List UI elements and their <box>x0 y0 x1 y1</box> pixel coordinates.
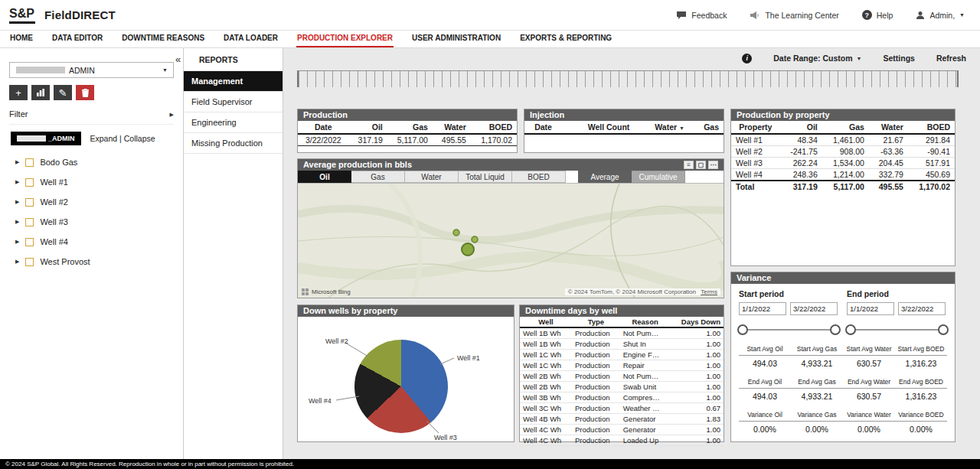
col-well-count[interactable]: Well Count <box>562 121 634 134</box>
filter-row[interactable]: Filter ▶ <box>9 109 174 125</box>
nav-exports-reporting[interactable]: EXPORTS & REPORTING <box>519 31 612 47</box>
tree-checkbox[interactable] <box>25 218 34 226</box>
tab-total-liquid[interactable]: Total Liquid <box>459 171 512 183</box>
tab-water[interactable]: Water <box>405 171 459 183</box>
col-well[interactable]: Well <box>520 317 572 327</box>
feedback-button[interactable]: Feedback <box>676 11 727 20</box>
collapse-link[interactable]: Collapse <box>124 134 155 143</box>
col-date[interactable]: Date <box>298 121 349 134</box>
date-range-selector[interactable]: Date Range: Custom ▼ <box>773 54 861 63</box>
tree-item[interactable]: ▶ Well #1 <box>0 172 183 192</box>
tab-boed[interactable]: BOED <box>512 171 566 183</box>
downtime-row[interactable]: Well 1C Wh Production Repair 1.00 <box>520 360 724 371</box>
report-item-field-supervisor[interactable]: Field Supervisor <box>184 91 283 112</box>
timeline-ticks[interactable] <box>297 70 959 87</box>
tab-oil[interactable]: Oil <box>298 171 351 183</box>
downtime-row[interactable]: Well 4C Wh Production Loaded Up 1.00 <box>520 435 724 446</box>
tree-expand-icon[interactable]: ▶ <box>15 179 19 185</box>
expand-icon[interactable]: ▢ <box>696 161 706 169</box>
col-boed[interactable]: BOED <box>908 121 955 134</box>
tree-checkbox[interactable] <box>25 178 34 187</box>
bing-map[interactable]: Microsoft Bing © 2024 TomTom, © 2024 Mic… <box>298 184 724 298</box>
nav-data-editor[interactable]: DATA EDITOR <box>51 31 103 47</box>
nav-home[interactable]: HOME <box>9 31 34 47</box>
slider-handle-right[interactable] <box>938 324 949 335</box>
end-date-to-input[interactable]: 3/22/2022 <box>898 302 946 315</box>
col-water[interactable]: Water ▼ <box>634 121 689 134</box>
col-gas[interactable]: Gas <box>689 121 724 134</box>
col-property[interactable]: Property <box>731 121 780 134</box>
start-date-to-input[interactable]: 3/22/2022 <box>790 302 838 315</box>
add-button[interactable]: + <box>9 85 28 100</box>
property-row[interactable]: Well #1 48.34 1,461.00 21.67 291.84 <box>731 134 955 146</box>
start-date-from-input[interactable]: 1/1/2022 <box>739 302 786 315</box>
col-days-down[interactable]: Days Down <box>670 317 724 327</box>
col-oil[interactable]: Oil <box>349 121 387 134</box>
col-gas[interactable]: Gas <box>387 121 433 134</box>
tree-item[interactable]: ▶ Well #3 <box>0 212 183 232</box>
tab-average[interactable]: Average <box>578 171 632 183</box>
nav-data-loader[interactable]: DATA LOADER <box>223 31 279 47</box>
expand-link[interactable]: Expand <box>90 134 118 143</box>
nav-production-explorer[interactable]: PRODUCTION EXPLORER <box>296 31 394 47</box>
help-button[interactable]: ? Help <box>862 10 893 20</box>
slider-handle-left[interactable] <box>845 324 856 335</box>
col-water[interactable]: Water <box>869 121 908 134</box>
edit-button[interactable]: ✎ <box>54 85 72 100</box>
property-row[interactable]: Well #2 -241.75 908.00 -63.36 -90.41 <box>731 146 955 158</box>
timeline-slider[interactable] <box>297 70 959 91</box>
tree-checkbox[interactable] <box>25 258 34 266</box>
end-date-from-input[interactable]: 1/1/2022 <box>847 302 894 315</box>
tree-expand-icon[interactable]: ▶ <box>15 219 19 225</box>
downtime-row[interactable]: Well 1B Wh Production Not Pum… 1.00 <box>520 327 724 339</box>
tree-checkbox[interactable] <box>25 238 34 246</box>
property-row[interactable]: Well #4 248.36 1,214.00 332.79 450.69 <box>731 169 955 181</box>
tree-checkbox[interactable] <box>25 158 34 167</box>
production-row[interactable]: 3/22/2022 317.19 5,117.00 495.55 1,170.0… <box>298 134 517 146</box>
user-menu[interactable]: Admin, ▼ <box>916 11 965 20</box>
tree-item[interactable]: ▶ Well #4 <box>0 232 183 252</box>
tree-expand-icon[interactable]: ▶ <box>15 239 19 245</box>
col-date[interactable]: Date <box>524 121 562 134</box>
col-reason[interactable]: Reason <box>620 317 671 327</box>
down-wells-pie[interactable] <box>354 340 448 433</box>
col-type[interactable]: Type <box>572 317 620 327</box>
menu-icon[interactable]: ≡ <box>684 161 694 169</box>
map-terms-link[interactable]: Terms <box>701 288 717 295</box>
refresh-button[interactable]: Refresh <box>936 54 966 63</box>
slider-handle-left[interactable] <box>737 324 748 335</box>
downtime-row[interactable]: Well 2B Wh Production Swab Unit 1.00 <box>520 382 724 392</box>
report-item-missing-production[interactable]: Missing Production <box>184 132 283 154</box>
settings-button[interactable]: Settings <box>883 54 914 63</box>
tab-gas[interactable]: Gas <box>351 171 405 183</box>
delete-button[interactable] <box>76 85 94 100</box>
learning-center-button[interactable]: The Learning Center <box>750 11 838 20</box>
more-icon[interactable]: ⋯ <box>708 161 718 169</box>
collapse-panel-icon[interactable]: « <box>175 54 181 65</box>
downtime-row[interactable]: Well 1C Wh Production Engine F… 1.00 <box>520 350 724 360</box>
downtime-row[interactable]: Well 2B Wh Production Not Pum… 1.00 <box>520 371 724 382</box>
org-selector[interactable]: ADMIN ▼ <box>9 62 174 78</box>
tab-cumulative[interactable]: Cumulative <box>632 171 685 183</box>
tree-expand-icon[interactable]: ▶ <box>15 159 19 165</box>
tree-expand-icon[interactable]: ▶ <box>15 259 19 265</box>
col-oil[interactable]: Oil <box>780 121 822 134</box>
chart-button[interactable] <box>31 85 50 100</box>
downtime-row[interactable]: Well 3B Wh Production Compres… 1.00 <box>520 392 724 403</box>
nav-user-administration[interactable]: USER ADMINISTRATION <box>411 31 501 47</box>
tree-item[interactable]: ▶ Bodo Gas <box>0 152 183 172</box>
tree-item[interactable]: ▶ Well #2 <box>0 192 183 212</box>
tree-expand-icon[interactable]: ▶ <box>15 199 19 205</box>
property-row[interactable]: Well #3 262.24 1,534.00 204.45 517.91 <box>731 158 955 169</box>
report-item-management[interactable]: Management <box>184 70 283 91</box>
col-boed[interactable]: BOED <box>471 121 517 134</box>
col-gas[interactable]: Gas <box>822 121 869 134</box>
col-water[interactable]: Water <box>433 121 471 134</box>
tree-item[interactable]: ▶ West Provost <box>0 252 183 272</box>
downtime-row[interactable]: Well 4C Wh Production Generator 1.00 <box>520 425 724 435</box>
downtime-row[interactable]: Well 3C Wh Production Weather … 0.67 <box>520 403 724 414</box>
tree-checkbox[interactable] <box>25 198 34 207</box>
nav-downtime-reasons[interactable]: DOWNTIME REASONS <box>121 31 205 47</box>
downtime-row[interactable]: Well 4B Wh Production Generator 1.83 <box>520 414 724 425</box>
slider-handle-right[interactable] <box>830 324 841 335</box>
